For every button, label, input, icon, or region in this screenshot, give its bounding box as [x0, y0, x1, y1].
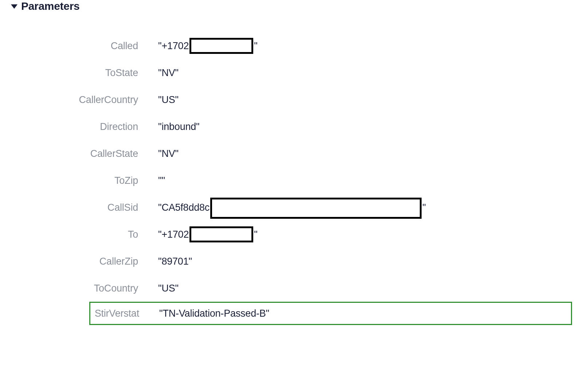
param-value: "inbound"	[158, 121, 199, 132]
param-value: "CA5f8dd8c "	[158, 197, 426, 218]
param-label: ToCountry	[11, 283, 158, 294]
value-prefix: "CA5f8dd8c	[158, 202, 210, 213]
param-row-callercountry: CallerCountry "US"	[11, 86, 572, 113]
param-row-direction: Direction "inbound"	[11, 113, 572, 140]
param-row-callerzip: CallerZip "89701"	[11, 248, 572, 275]
param-row-callsid: CallSid "CA5f8dd8c "	[11, 194, 572, 221]
param-label: CallSid	[11, 202, 158, 213]
value-suffix: "	[422, 202, 426, 213]
section-header[interactable]: Parameters	[11, 0, 572, 12]
param-row-tozip: ToZip ""	[11, 167, 572, 194]
param-label: CallerCountry	[11, 94, 158, 106]
value-suffix: "	[254, 40, 257, 52]
param-value: ""	[158, 175, 165, 186]
value-prefix: "+1702	[158, 229, 189, 240]
param-row-called: Called "+1702 "	[11, 32, 572, 59]
param-value: "+1702 "	[158, 38, 258, 54]
value-prefix: "+1702	[158, 40, 189, 52]
param-label: StirVerstat	[90, 308, 159, 319]
value-suffix: "	[254, 229, 257, 240]
param-label: Direction	[11, 121, 158, 132]
redacted-box	[189, 226, 253, 242]
param-label: To	[11, 229, 158, 240]
section-title: Parameters	[21, 0, 79, 12]
param-value: "NV"	[158, 148, 179, 159]
param-label: ToZip	[11, 175, 158, 186]
param-row-to: To "+1702 "	[11, 221, 572, 248]
param-label: ToState	[11, 67, 158, 79]
redacted-box	[210, 198, 422, 219]
param-value: "US"	[158, 283, 179, 294]
redacted-box	[189, 38, 253, 54]
param-value: "NV"	[158, 67, 179, 79]
param-value: "US"	[158, 94, 179, 106]
parameters-list: Called "+1702 " ToState "NV" CallerCount…	[11, 32, 572, 325]
param-label: Called	[11, 40, 158, 52]
param-label: CallerState	[11, 148, 158, 159]
param-row-callerstate: CallerState "NV"	[11, 140, 572, 167]
param-value: "TN-Validation-Passed-B"	[159, 308, 269, 319]
param-label: CallerZip	[11, 256, 158, 267]
param-value: "+1702 "	[158, 226, 258, 242]
param-value: "89701"	[158, 256, 192, 267]
param-row-stirverstat-highlighted: StirVerstat "TN-Validation-Passed-B"	[89, 302, 572, 325]
param-row-tostate: ToState "NV"	[11, 59, 572, 86]
param-row-tocountry: ToCountry "US"	[11, 275, 572, 302]
caret-down-icon	[11, 4, 17, 9]
